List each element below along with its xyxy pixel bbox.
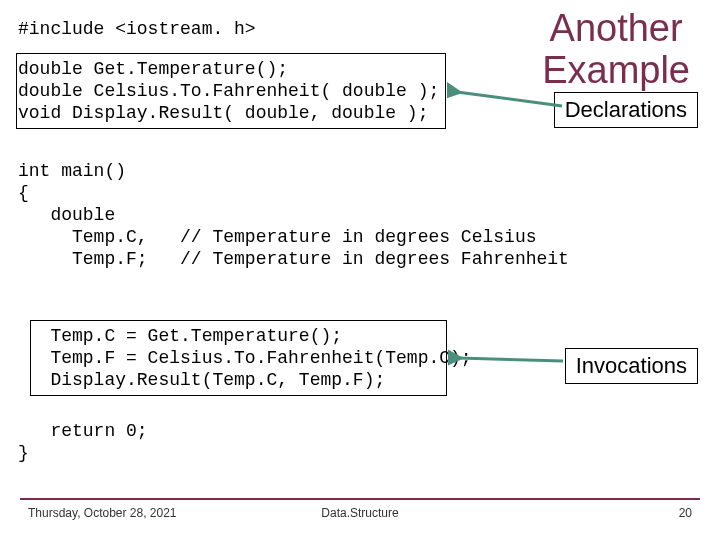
code-inv3: Display.Result(Temp.C, Temp.F); (18, 369, 385, 392)
declarations-label: Declarations (554, 92, 698, 128)
code-decl1: double Get.Temperature(); (18, 58, 288, 81)
slide-title: Another Example (542, 8, 690, 92)
code-return: return 0; (18, 420, 148, 443)
invocations-label: Invocations (565, 348, 698, 384)
title-line1: Another (550, 7, 683, 49)
code-decl3: void Display.Result( double, double ); (18, 102, 428, 125)
footer-divider (20, 498, 700, 500)
footer-page-number: 20 (679, 506, 692, 520)
footer-center: Data.Structure (0, 506, 720, 520)
code-inv2: Temp.F = Celsius.To.Fahrenheit(Temp.C); (18, 347, 472, 370)
code-decl2: double Celsius.To.Fahrenheit( double ); (18, 80, 439, 103)
code-main1: int main() (18, 160, 126, 183)
svg-line-3 (458, 358, 563, 361)
arrow-invocations (448, 346, 568, 376)
svg-line-1 (457, 92, 562, 106)
code-include: #include <iostream. h> (18, 18, 256, 41)
code-var3: Temp.F; // Temperature in degrees Fahren… (18, 248, 569, 271)
code-var2: Temp.C, // Temperature in degrees Celsiu… (18, 226, 536, 249)
code-main2: { (18, 182, 29, 205)
arrow-declarations (447, 82, 567, 116)
code-var1: double (18, 204, 115, 227)
slide: Another Example #include <iostream. h> d… (0, 0, 720, 540)
code-end: } (18, 442, 29, 465)
code-inv1: Temp.C = Get.Temperature(); (18, 325, 342, 348)
